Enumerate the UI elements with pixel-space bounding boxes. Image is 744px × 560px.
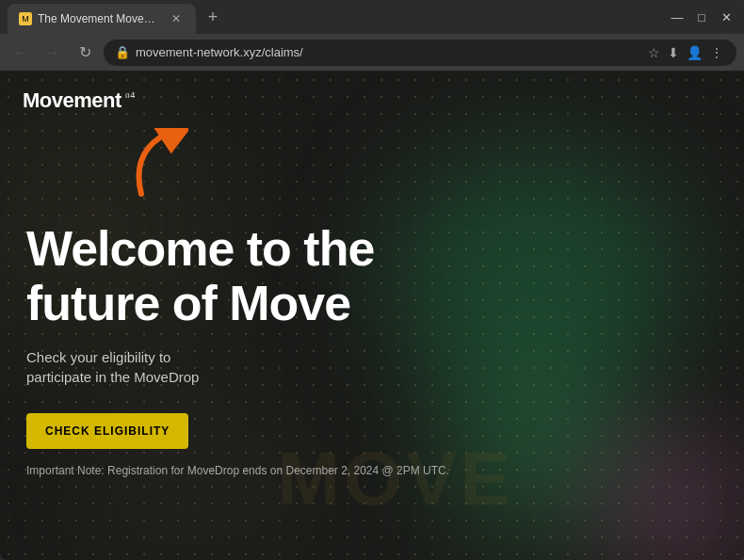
browser-frame: M The Movement MoveDrop ✕ + — □ ✕ ← → ↻ … — [0, 0, 744, 560]
tab-close-button[interactable]: ✕ — [168, 10, 185, 27]
tab-title: The Movement MoveDrop — [38, 12, 162, 25]
main-subtitle: Check your eligibility toparticipate in … — [26, 347, 718, 387]
address-box[interactable]: 🔒 movement-network.xyz/claims/ ☆ ⬇ 👤 ⋮ — [104, 40, 736, 66]
menu-icon[interactable]: ⋮ — [708, 43, 725, 62]
download-icon[interactable]: ⬇ — [666, 43, 681, 62]
site-main: Welcome to the future of Move Check your… — [0, 130, 744, 560]
back-button[interactable]: ← — [8, 40, 34, 66]
lock-icon: 🔒 — [115, 45, 130, 59]
window-controls: — □ ✕ — [667, 7, 736, 27]
forward-button[interactable]: → — [40, 40, 66, 66]
logo-superscript: ⁿ⁴ — [125, 89, 136, 104]
site-logo: Movement ⁿ⁴ — [23, 88, 136, 113]
close-button[interactable]: ✕ — [716, 7, 736, 27]
address-text: movement-network.xyz/claims/ — [136, 45, 640, 59]
important-note: Important Note: Registration for MoveDro… — [26, 464, 718, 477]
check-eligibility-button[interactable]: CHECK ELIGIBILITY — [26, 413, 188, 449]
address-icons: ☆ ⬇ 👤 ⋮ — [646, 43, 725, 62]
website-ui: Movement ⁿ⁴ Welcome to the future of Mov… — [0, 72, 744, 560]
minimize-button[interactable]: — — [667, 7, 687, 27]
tab-favicon: M — [19, 12, 32, 25]
logo-text: Movement — [23, 88, 121, 113]
new-tab-button[interactable]: + — [200, 4, 226, 30]
main-title: Welcome to the future of Move — [26, 222, 718, 329]
address-bar-row: ← → ↻ 🔒 movement-network.xyz/claims/ ☆ ⬇… — [0, 34, 744, 72]
refresh-button[interactable]: ↻ — [72, 40, 98, 66]
maximize-button[interactable]: □ — [691, 7, 712, 27]
active-tab[interactable]: M The Movement MoveDrop ✕ — [8, 4, 196, 34]
bookmark-icon[interactable]: ☆ — [646, 43, 662, 62]
profile-icon[interactable]: 👤 — [685, 43, 704, 62]
tab-bar: M The Movement MoveDrop ✕ + — □ ✕ — [0, 0, 744, 34]
site-nav: Movement ⁿ⁴ — [0, 72, 744, 130]
website-content: MOVE Movement ⁿ⁴ — [0, 72, 744, 560]
